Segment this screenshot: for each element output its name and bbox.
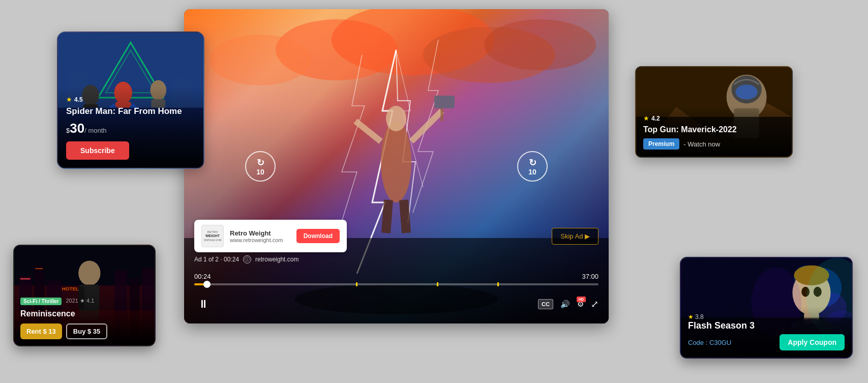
chapter-marker-3 [497, 282, 499, 286]
skip-back-label: 10 [256, 168, 264, 175]
reminiscence-meta: 2021 ★ 4.1 [66, 298, 94, 304]
skip-forward-label: 10 [528, 168, 536, 175]
progress-bar[interactable] [194, 283, 598, 285]
ad-count: Ad 1 of 2 · 00:24 [194, 256, 239, 263]
flash-rating: ★ 3.8 [688, 313, 845, 320]
topgun-actions: Premium - Watch now [643, 138, 785, 150]
svg-rect-44 [20, 278, 31, 280]
reminiscence-title: Reminiscence [20, 309, 148, 318]
ad-info-icon: ⓘ [243, 255, 251, 263]
progress-container: 00:24 37:00 [194, 273, 598, 285]
progress-times: 00:24 37:00 [194, 273, 598, 280]
fullscreen-button[interactable]: ⤢ [591, 299, 598, 310]
buy-button[interactable]: Buy $ 35 [66, 323, 107, 339]
hd-badge: HD [577, 297, 586, 302]
skip-back-icon: ↺ [257, 157, 264, 168]
svg-point-46 [78, 260, 100, 285]
right-controls: CC 🔊 ⚙ HD ⤢ [538, 299, 598, 310]
chapter-marker-2 [437, 282, 438, 286]
controls-bar: ⏸ CC 🔊 ⚙ HD ⤢ [194, 295, 598, 313]
cc-button[interactable]: CC [538, 299, 553, 309]
total-time: 37:00 [582, 273, 598, 280]
fullscreen-icon: ⤢ [591, 299, 598, 310]
star-icon: ★ [66, 96, 72, 103]
chapter-marker-1 [356, 282, 357, 286]
play-pause-icon: ⏸ [198, 298, 209, 311]
rent-buy-row: Rent $ 13 Buy $ 35 [20, 323, 148, 339]
ad-logo: RETRO WEIGHT VINTAGE GYM [201, 225, 224, 247]
volume-button[interactable]: 🔊 [560, 300, 570, 309]
star-icon-flash: ★ [688, 313, 694, 320]
svg-line-8 [411, 111, 442, 141]
svg-point-1 [332, 9, 494, 75]
flash-card: ★ 3.8 Flash Season 3 Code : C30GU Apply … [680, 257, 853, 359]
topgun-title: Top Gun: Maverick-2022 [643, 125, 785, 134]
topgun-card-content: ★ 4.2 Top Gun: Maverick-2022 Premium - W… [636, 106, 792, 157]
progress-fill [194, 283, 207, 285]
svg-line-11 [386, 200, 388, 233]
video-player: ↺ 10 ↻ 10 RETRO WEIGHT VINTAGE GYM Retro… [184, 9, 609, 323]
skip-back-button[interactable]: ↺ 10 [245, 151, 276, 182]
settings-hd-group: ⚙ HD [577, 300, 584, 309]
flash-code: Code : C30GU [688, 339, 731, 346]
svg-point-0 [276, 19, 398, 80]
genre-badge: Sci-Fi / Thriller [20, 298, 62, 305]
svg-point-4 [484, 19, 596, 70]
spiderman-rating-value: 4.5 [74, 96, 83, 103]
skip-ad-button[interactable]: Skip Ad ▶ [552, 228, 598, 245]
progress-thumb [203, 281, 211, 288]
flash-title: Flash Season 3 [688, 320, 845, 331]
svg-point-3 [209, 35, 311, 85]
skip-forward-icon: ↻ [529, 157, 536, 168]
svg-line-7 [355, 121, 381, 141]
spiderman-price: $30/ month [66, 121, 195, 136]
play-pause-button[interactable]: ⏸ [194, 295, 213, 313]
watch-now-text: - Watch now [683, 140, 720, 148]
star-icon-topgun: ★ [643, 114, 649, 122]
ad-info-bar: Ad 1 of 2 · 00:24 ⓘ retroweight.com [194, 255, 598, 263]
flash-rating-value: 3.8 [695, 313, 704, 320]
svg-point-2 [423, 27, 555, 83]
spiderman-card: ★ 4.5 Spider Man: Far From Home $30/ mon… [57, 32, 204, 169]
spiderman-card-content: ★ 4.5 Spider Man: Far From Home $30/ mon… [58, 86, 203, 168]
svg-line-12 [404, 200, 406, 233]
topgun-rating: ★ 4.2 [643, 114, 660, 122]
reminiscence-card-content: Sci-Fi / Thriller 2021 ★ 4.1 Reminiscenc… [14, 291, 155, 345]
volume-icon: 🔊 [560, 300, 570, 309]
ad-download-button[interactable]: Download [296, 229, 340, 243]
current-time: 00:24 [194, 273, 211, 280]
svg-rect-45 [35, 268, 43, 269]
topgun-card: ★ 4.2 Top Gun: Maverick-2022 Premium - W… [635, 66, 793, 158]
topgun-rating-value: 4.2 [651, 115, 660, 122]
spiderman-rating: ★ 4.5 [66, 96, 83, 103]
spiderman-title: Spider Man: Far From Home [66, 106, 195, 116]
ad-overlay: RETRO WEIGHT VINTAGE GYM Retro Weight ww… [194, 220, 347, 252]
ad-source: retroweight.com [255, 256, 298, 263]
svg-point-33 [735, 84, 757, 99]
reminiscence-card: HOTEL Sci-Fi / Thriller 2021 ★ 4.1 Remin… [13, 245, 156, 346]
ad-logo-text: RETRO WEIGHT VINTAGE GYM [204, 230, 222, 242]
flash-bottom: Code : C30GU Apply Coupon [688, 334, 845, 350]
ad-url: www.retroweight.com [230, 237, 290, 243]
svg-point-6 [386, 106, 406, 131]
skip-forward-button[interactable]: ↻ 10 [517, 151, 548, 182]
rent-button[interactable]: Rent $ 13 [20, 323, 62, 339]
subscribe-button[interactable]: Subscribe [66, 141, 129, 160]
svg-point-5 [381, 121, 411, 202]
ad-info: Retro Weight www.retroweight.com [230, 229, 290, 243]
flash-card-content: ★ 3.8 Flash Season 3 Code : C30GU Apply … [681, 306, 852, 358]
apply-coupon-button[interactable]: Apply Coupon [780, 334, 845, 350]
svg-rect-9 [434, 96, 455, 108]
svg-text:HOTEL: HOTEL [62, 286, 79, 291]
premium-badge: Premium [643, 138, 679, 150]
ad-title: Retro Weight [230, 229, 290, 237]
